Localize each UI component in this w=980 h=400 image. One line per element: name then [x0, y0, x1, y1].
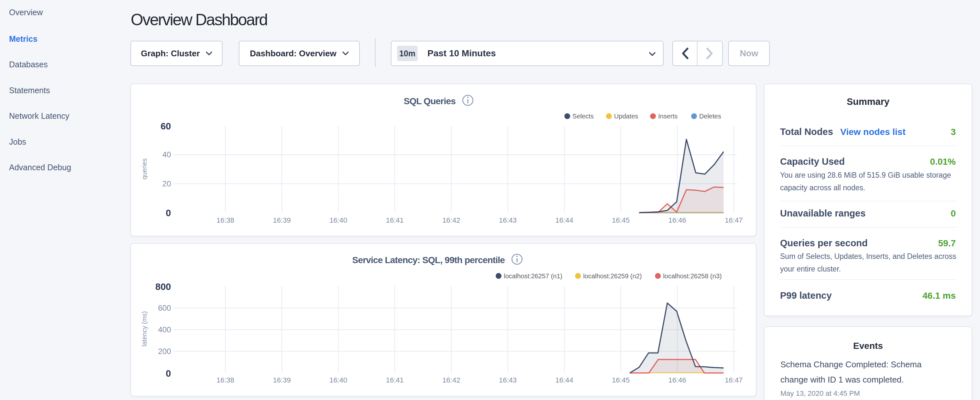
svg-text:16:46: 16:46 — [668, 216, 686, 224]
svg-text:400: 400 — [158, 325, 171, 334]
svg-text:16:38: 16:38 — [216, 216, 234, 224]
svg-text:16:43: 16:43 — [499, 216, 517, 224]
svg-text:SQL Queries: SQL Queries — [404, 96, 456, 106]
svg-text:16:39: 16:39 — [273, 216, 291, 224]
svg-text:16:42: 16:42 — [442, 376, 460, 384]
svg-text:16:38: 16:38 — [216, 376, 234, 384]
svg-text:Updates: Updates — [614, 113, 638, 120]
svg-text:16:46: 16:46 — [668, 376, 686, 384]
svg-text:20: 20 — [162, 179, 171, 188]
svg-text:16:45: 16:45 — [612, 216, 630, 224]
svg-text:16:44: 16:44 — [555, 376, 573, 384]
svg-text:16:44: 16:44 — [555, 216, 573, 224]
svg-text:16:47: 16:47 — [725, 216, 743, 224]
svg-text:16:40: 16:40 — [329, 216, 347, 224]
svg-text:Selects: Selects — [572, 113, 594, 120]
svg-text:0: 0 — [165, 208, 171, 218]
svg-text:16:41: 16:41 — [386, 216, 404, 224]
svg-text:40: 40 — [162, 150, 171, 159]
svg-text:localhost:26257 (n1): localhost:26257 (n1) — [504, 273, 562, 280]
svg-text:60: 60 — [161, 121, 171, 131]
svg-text:latency (ms): latency (ms) — [141, 311, 148, 347]
svg-text:600: 600 — [158, 304, 171, 312]
svg-text:0: 0 — [165, 368, 171, 379]
svg-text:200: 200 — [158, 347, 171, 356]
svg-text:800: 800 — [155, 282, 171, 292]
svg-text:Inserts: Inserts — [658, 113, 678, 120]
svg-text:16:47: 16:47 — [725, 376, 743, 384]
svg-text:16:41: 16:41 — [386, 376, 404, 384]
svg-text:16:42: 16:42 — [442, 216, 460, 224]
svg-text:Service Latency: SQL, 99th per: Service Latency: SQL, 99th percentile — [352, 255, 505, 265]
svg-text:16:43: 16:43 — [499, 376, 517, 384]
svg-text:16:45: 16:45 — [612, 376, 630, 384]
svg-text:localhost:26258 (n3): localhost:26258 (n3) — [663, 273, 721, 280]
svg-text:Deletes: Deletes — [699, 113, 721, 120]
svg-text:queries: queries — [141, 158, 148, 180]
svg-text:16:39: 16:39 — [273, 376, 291, 384]
svg-text:localhost:26259 (n2): localhost:26259 (n2) — [583, 273, 641, 280]
svg-text:16:40: 16:40 — [329, 376, 347, 384]
